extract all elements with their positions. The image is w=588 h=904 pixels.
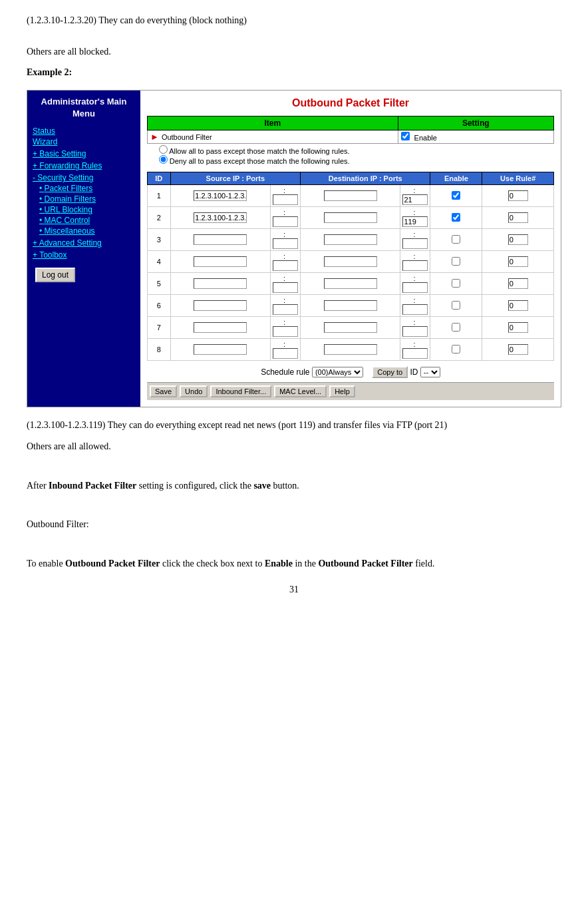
row-enable-checkbox[interactable] (452, 323, 460, 332)
deny-radio[interactable] (159, 155, 168, 164)
use-rule-input[interactable] (508, 234, 528, 245)
enable-cell (430, 317, 482, 339)
schedule-row: Schedule rule (00)Always Copy to ID -- (147, 366, 554, 378)
colon-1: : (271, 317, 301, 339)
source-ip-input[interactable] (194, 256, 247, 267)
dest-ip-cell (301, 273, 400, 295)
sidebar-item-url-blocking[interactable]: URL Blocking (30, 205, 138, 214)
id-label: ID (410, 367, 418, 377)
sidebar-item-domain-filters[interactable]: Domain Filters (30, 194, 138, 204)
outbound-packet-filter-bold1: Outbound Packet Filter (65, 559, 160, 568)
body-text-1: (1.2.3.100-1.2.3.119) They can do everyt… (27, 418, 561, 433)
dest-ip-input[interactable] (324, 300, 377, 311)
sidebar-item-packet-filters[interactable]: Packet Filters (30, 184, 138, 193)
dest-ip-input[interactable] (324, 256, 377, 267)
sidebar-item-wizard[interactable]: Wizard (30, 137, 138, 146)
use-rule-input[interactable] (508, 256, 528, 267)
use-rule-input[interactable] (508, 212, 528, 223)
sidebar-item-miscellaneous[interactable]: Miscellaneous (30, 226, 138, 236)
colon-1: : (271, 229, 301, 251)
source-ip-input[interactable] (194, 322, 247, 333)
dest-ip-input[interactable] (324, 234, 377, 245)
dest-port-input[interactable] (402, 260, 428, 271)
data-grid: ID Source IP : Ports Destination IP : Po… (147, 172, 554, 361)
use-rule-input[interactable] (508, 300, 528, 311)
source-ip-cell (170, 251, 270, 273)
dest-ip-input[interactable] (324, 212, 377, 223)
dest-port-input[interactable] (402, 282, 428, 293)
body-text-4-mid: click the check box next to (160, 559, 264, 568)
source-port-input[interactable] (273, 348, 298, 359)
dest-port-input[interactable] (402, 238, 428, 249)
dest-port-input[interactable] (402, 304, 428, 315)
dest-ip-input[interactable] (324, 190, 377, 201)
source-port-input[interactable] (273, 282, 298, 293)
dest-port-input[interactable] (402, 194, 428, 205)
row-enable-checkbox[interactable] (452, 345, 460, 353)
source-port-input[interactable] (273, 216, 298, 227)
help-button[interactable]: Help (329, 385, 355, 397)
table-row: 1: : (148, 185, 554, 207)
enable-cell (430, 273, 482, 295)
dest-port-input[interactable] (402, 216, 428, 227)
use-rule-cell (482, 339, 554, 361)
table-row: 5: : (148, 273, 554, 295)
col-id: ID (148, 172, 171, 185)
source-port-input[interactable] (273, 304, 298, 315)
use-rule-input[interactable] (508, 344, 528, 355)
outbound-filter-cell: ► Outbound Filter (148, 130, 398, 144)
inbound-filter-button[interactable]: Inbound Filter... (210, 385, 271, 397)
dest-ip-cell (301, 207, 400, 229)
source-ip-input[interactable] (194, 212, 247, 223)
sidebar-item-mac-control[interactable]: MAC Control (30, 216, 138, 225)
setting-header: Setting (398, 116, 554, 130)
sidebar-item-toolbox[interactable]: + Toolbox (30, 250, 138, 260)
sidebar-item-basic-setting[interactable]: + Basic Setting (30, 149, 138, 158)
dest-ip-input[interactable] (324, 322, 377, 333)
dest-port-input[interactable] (402, 348, 428, 359)
page-number: 31 (27, 584, 561, 595)
source-port-input[interactable] (273, 326, 298, 337)
undo-button[interactable]: Undo (180, 385, 208, 397)
row-enable-checkbox[interactable] (452, 279, 460, 288)
dest-ip-input[interactable] (324, 278, 377, 289)
row-enable-checkbox[interactable] (452, 191, 460, 200)
source-port-input[interactable] (273, 260, 298, 271)
source-ip-input[interactable] (194, 234, 247, 245)
id-dropdown[interactable]: -- (420, 367, 440, 377)
table-row: 6: : (148, 295, 554, 317)
panel-title: Outbound Packet Filter (147, 97, 554, 109)
sidebar-item-status[interactable]: Status (30, 126, 138, 136)
source-ip-input[interactable] (194, 190, 247, 201)
source-ip-input[interactable] (194, 278, 247, 289)
use-rule-input[interactable] (508, 190, 528, 201)
schedule-dropdown[interactable]: (00)Always (312, 367, 363, 377)
save-button[interactable]: Save (150, 385, 177, 397)
copy-to-button[interactable]: Copy to (372, 366, 408, 378)
use-rule-cell (482, 229, 554, 251)
row-enable-checkbox[interactable] (452, 301, 460, 310)
enable-checkbox[interactable] (401, 132, 410, 140)
sidebar-item-security-setting[interactable]: - Security Setting (30, 173, 138, 182)
row-enable-checkbox[interactable] (452, 235, 460, 244)
colon-1: : (271, 185, 301, 207)
mac-level-button[interactable]: MAC Level... (274, 385, 327, 397)
ui-panel: Administrator's Main Menu Status Wizard … (27, 90, 561, 407)
row-enable-checkbox[interactable] (452, 213, 460, 222)
dest-ip-cell (301, 339, 400, 361)
use-rule-input[interactable] (508, 278, 528, 289)
use-rule-input[interactable] (508, 322, 528, 333)
sidebar-item-advanced-setting[interactable]: + Advanced Setting (30, 238, 138, 248)
sidebar-item-forwarding-rules[interactable]: + Forwarding Rules (30, 161, 138, 170)
source-port-input[interactable] (273, 194, 298, 205)
logout-button[interactable]: Log out (35, 268, 75, 282)
allow-radio[interactable] (159, 145, 168, 154)
source-ip-input[interactable] (194, 344, 247, 355)
source-port-input[interactable] (273, 238, 298, 249)
body-text-3-suffix: button. (271, 481, 299, 491)
row-enable-checkbox[interactable] (452, 257, 460, 266)
source-ip-input[interactable] (194, 300, 247, 311)
dest-port-input[interactable] (402, 326, 428, 337)
dest-ip-input[interactable] (324, 344, 377, 355)
source-ip-cell (170, 273, 270, 295)
